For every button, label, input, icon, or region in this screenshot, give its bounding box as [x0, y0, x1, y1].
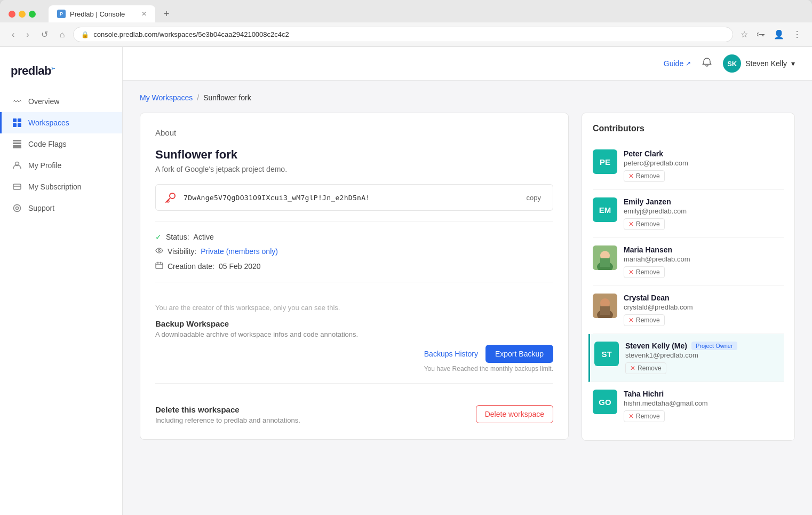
status-label: Status: — [166, 233, 189, 241]
active-tab[interactable]: P Predlab | Console ✕ — [49, 5, 155, 22]
bookmark-icon[interactable]: ☆ — [738, 27, 750, 42]
browser-window-controls — [9, 11, 36, 18]
contributor-email: stevenk1@predlab.com — [625, 351, 784, 359]
minimize-window-button[interactable] — [19, 11, 26, 18]
home-button[interactable]: ⌂ — [57, 28, 68, 42]
reload-button[interactable]: ↺ — [38, 27, 51, 42]
contributor-info: Taha Hichri hishri.medtaha@gmail.com ✕ R… — [624, 390, 784, 422]
remove-label: Remove — [636, 316, 660, 324]
contributor-item: Crystal Dean crystald@predlab.com ✕ Remo… — [593, 286, 784, 334]
backup-limit-text: You have Reached the monthly backups lim… — [424, 365, 553, 373]
delete-info: Delete this workspace Including referenc… — [155, 405, 300, 424]
new-tab-button[interactable]: + — [160, 6, 174, 22]
creation-date-row: Creation date: 05 Feb 2020 — [155, 262, 553, 271]
delete-workspace-button[interactable]: Delete workspace — [476, 405, 553, 423]
sidebar-item-myprofile[interactable]: My Profile — [0, 155, 122, 176]
contributor-item: GO Taha Hichri hishri.medtaha@gmail.com … — [593, 382, 784, 430]
close-tab-button[interactable]: ✕ — [141, 10, 147, 18]
breadcrumb: My Workspaces / Sunflower fork — [140, 93, 795, 102]
sidebar-item-codeflags[interactable]: Code Flags — [0, 133, 122, 155]
visibility-row: Visibility: Private (members only) — [155, 247, 553, 256]
about-section-title: About — [155, 128, 553, 137]
contributor-item: EM Emily Janzen emilyj@predlab.com ✕ Rem… — [593, 190, 784, 238]
remove-x-icon: ✕ — [630, 365, 635, 372]
remove-button[interactable]: ✕ Remove — [624, 218, 665, 230]
sidebar-item-label-overview: Overview — [28, 97, 59, 106]
contributor-name: Crystal Dean — [624, 294, 784, 302]
export-backup-button[interactable]: Export Backup — [485, 345, 553, 363]
api-key-row: 7DwAnge5V7QgDO31O9IXcui3_wM7glP!Jn_e2hD5… — [155, 184, 553, 211]
contributor-avatar-go: GO — [593, 390, 617, 414]
creation-label: Creation date: — [168, 262, 214, 271]
sidebar-item-label-mysubscription: My Subscription — [28, 183, 82, 191]
svg-rect-14 — [156, 263, 163, 269]
sidebar-item-label-codeflags: Code Flags — [28, 140, 67, 148]
delete-desc: Including reference to predlab and annot… — [155, 416, 300, 424]
about-card: About Sunflower fork A fork of Google's … — [140, 113, 569, 440]
remove-button[interactable]: ✕ Remove — [624, 170, 665, 182]
guide-link[interactable]: Guide ↗ — [664, 59, 691, 68]
svg-rect-1 — [18, 118, 21, 122]
contributor-avatar-em: EM — [593, 197, 617, 222]
breadcrumb-parent[interactable]: My Workspaces — [140, 93, 193, 102]
svg-point-12 — [170, 193, 175, 199]
status-row: ✓ Status: Active — [155, 233, 553, 241]
address-bar[interactable]: 🔒 console.predlab.com/workspaces/5e3b04c… — [73, 27, 733, 42]
user-avatar: SK — [723, 54, 741, 73]
remove-x-icon: ✕ — [628, 316, 634, 324]
svg-rect-5 — [13, 142, 21, 144]
more-menu-icon[interactable]: ⋮ — [791, 27, 803, 42]
sidebar-item-overview[interactable]: 〰 Overview — [0, 91, 122, 112]
contributor-email: mariah@predlab.com — [624, 255, 784, 263]
maximize-window-button[interactable] — [29, 11, 36, 18]
status-value: Active — [194, 233, 214, 241]
contributor-info: Emily Janzen emilyj@predlab.com ✕ Remove — [624, 197, 784, 230]
workspaces-icon — [12, 118, 22, 128]
forward-button[interactable]: › — [23, 28, 32, 42]
content-area: My Workspaces / Sunflower fork About Sun… — [123, 81, 812, 515]
contributor-avatar-st: ST — [594, 342, 619, 366]
contributor-name: Peter Clark — [624, 149, 784, 158]
codeflags-icon — [12, 139, 22, 149]
logo-text: predlab›- — [11, 64, 55, 77]
sidebar-nav: 〰 Overview Workspaces — [0, 91, 122, 515]
bell-button[interactable] — [702, 57, 712, 70]
backup-buttons-row: Backups History Export Backup — [424, 345, 553, 363]
remove-label: Remove — [636, 220, 660, 228]
back-button[interactable]: ‹ — [9, 28, 18, 42]
address-text: console.predlab.com/workspaces/5e3b04caa… — [93, 30, 289, 38]
close-window-button[interactable] — [9, 11, 15, 18]
svg-point-11 — [16, 207, 19, 210]
sidebar-item-workspaces[interactable]: Workspaces — [0, 112, 122, 133]
calendar-icon — [155, 262, 163, 271]
key-icon[interactable]: 🗝 — [754, 28, 767, 42]
remove-x-icon: ✕ — [628, 413, 634, 420]
profile-icon[interactable]: 👤 — [771, 27, 786, 42]
remove-button[interactable]: ✕ Remove — [624, 410, 665, 422]
sidebar-item-mysubscription[interactable]: My Subscription — [0, 176, 122, 197]
contributor-email: hishri.medtaha@gmail.com — [624, 399, 784, 407]
user-menu-button[interactable]: SK Steven Kelly ▾ — [723, 54, 795, 73]
checkmark-icon: ✓ — [155, 233, 162, 241]
svg-rect-9 — [13, 184, 21, 189]
sidebar: predlab›- 〰 Overview — [0, 47, 123, 515]
svg-rect-7 — [13, 147, 21, 148]
project-owner-badge: Project Owner — [691, 342, 737, 350]
support-icon — [12, 203, 22, 213]
external-link-icon: ↗ — [686, 60, 691, 67]
remove-label: Remove — [636, 413, 660, 420]
workspace-name: Sunflower fork — [155, 148, 553, 162]
logo: predlab›- — [0, 56, 122, 91]
contributor-info: Steven Kelly (Me) Project Owner stevenk1… — [625, 342, 784, 374]
contributor-item: PE Peter Clark peterc@predlab.com ✕ Remo… — [593, 142, 784, 190]
svg-point-13 — [158, 250, 161, 252]
sidebar-item-support[interactable]: Support — [0, 197, 122, 219]
backups-history-link[interactable]: Backups History — [424, 350, 478, 358]
remove-x-icon: ✕ — [628, 220, 634, 228]
remove-button[interactable]: ✕ Remove — [624, 314, 665, 326]
sidebar-item-label-myprofile: My Profile — [28, 161, 61, 170]
backup-actions-right: Backups History Export Backup You have R… — [424, 345, 553, 373]
remove-button[interactable]: ✕ Remove — [625, 362, 666, 374]
remove-button[interactable]: ✕ Remove — [624, 266, 665, 278]
copy-button[interactable]: copy — [522, 192, 545, 204]
